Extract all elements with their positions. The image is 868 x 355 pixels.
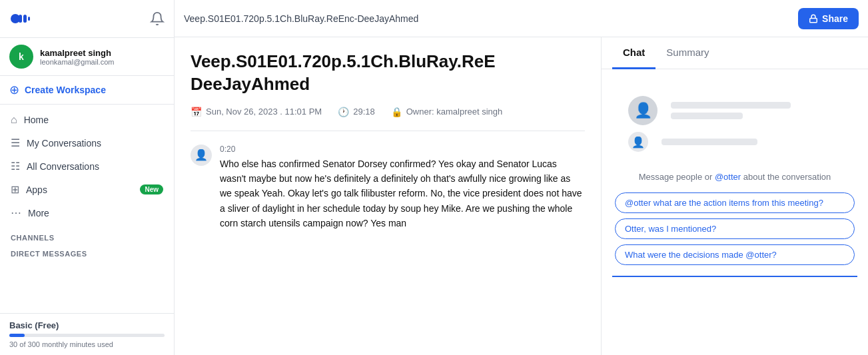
placeholder-lines-1 bbox=[671, 102, 791, 119]
my-conversations-icon: ☰ bbox=[11, 137, 20, 149]
sidebar-item-my-conversations[interactable]: ☰ My Conversations bbox=[0, 131, 174, 155]
sidebar-item-label-all-conversations: All Conversations bbox=[27, 161, 163, 172]
avatar: k bbox=[9, 45, 33, 69]
share-icon bbox=[809, 14, 818, 23]
all-conversations-icon: ☷ bbox=[11, 160, 20, 173]
tab-chat[interactable]: Chat bbox=[612, 37, 655, 69]
meta-duration: 🕐 29:18 bbox=[338, 107, 375, 117]
chat-placeholder: 👤 👤 bbox=[602, 69, 868, 172]
meta-date: 📅 Sun, Nov 26, 2023 . 11:01 PM bbox=[191, 107, 322, 117]
chat-suggestions: @otter what are the action items from th… bbox=[602, 192, 868, 265]
sidebar-item-more[interactable]: ⋯ More bbox=[0, 201, 174, 224]
share-button[interactable]: Share bbox=[798, 8, 859, 29]
otter-logo-icon bbox=[9, 7, 33, 31]
usage-text: 30 of 300 monthly minutes used bbox=[9, 340, 165, 348]
sidebar-item-all-conversations[interactable]: ☷ All Conversations bbox=[0, 155, 174, 178]
create-workspace-label: Create Workspace bbox=[25, 85, 106, 95]
message-text: Who else has confirmed Senator Dorsey co… bbox=[220, 157, 585, 231]
plan-section: Basic (Free) 30 of 300 monthly minutes u… bbox=[0, 313, 174, 355]
app-wrapper: k kamalpreet singh leonkamal@gmail.com ⊕… bbox=[0, 0, 868, 355]
usage-bar-fill bbox=[9, 334, 25, 337]
suggestion-chip-3[interactable]: What were the decisions made @otter? bbox=[615, 244, 855, 265]
svg-rect-1 bbox=[19, 15, 22, 23]
apps-icon: ⊞ bbox=[11, 183, 19, 196]
sidebar: k kamalpreet singh leonkamal@gmail.com ⊕… bbox=[0, 0, 175, 355]
placeholder-line-1 bbox=[671, 102, 791, 109]
logo bbox=[9, 7, 33, 31]
conv-owner: Owner: kamalpreet singh bbox=[406, 107, 503, 117]
sidebar-item-apps[interactable]: ⊞ Apps New bbox=[0, 178, 174, 201]
create-workspace-button[interactable]: ⊕ Create Workspace bbox=[0, 76, 174, 105]
right-tabs: Chat Summary bbox=[602, 37, 868, 69]
right-panel: Chat Summary 👤 bbox=[602, 37, 868, 355]
home-icon: ⌂ bbox=[11, 114, 17, 126]
direct-messages-header: DIRECT MESSAGES bbox=[0, 244, 174, 260]
placeholder-line-3 bbox=[661, 139, 757, 145]
content-row: Veep.S01E01.720p.5.1Ch.BluRay.ReEDeeJayA… bbox=[175, 37, 868, 355]
plan-name: Basic (Free) bbox=[9, 320, 165, 330]
message-avatar: 👤 bbox=[191, 145, 212, 166]
sidebar-top bbox=[0, 0, 174, 38]
svg-rect-4 bbox=[810, 18, 817, 22]
sidebar-item-label-my-conversations: My Conversations bbox=[27, 138, 163, 149]
sidebar-item-label-home: Home bbox=[24, 115, 163, 125]
suggestion-chip-2[interactable]: Otter, was I mentioned? bbox=[615, 218, 855, 239]
user-section: k kamalpreet singh leonkamal@gmail.com bbox=[0, 38, 174, 76]
conversation-meta: 📅 Sun, Nov 26, 2023 . 11:01 PM 🕐 29:18 🔒… bbox=[191, 107, 585, 131]
apps-new-badge: New bbox=[140, 184, 163, 194]
usage-bar-background bbox=[9, 334, 165, 337]
conversation-area: Veep.S01E01.720p.5.1Ch.BluRay.ReEDeeJayA… bbox=[175, 37, 601, 355]
placeholder-row-2: 👤 bbox=[628, 132, 841, 152]
svg-rect-3 bbox=[28, 17, 30, 21]
otter-link[interactable]: @otter bbox=[715, 172, 741, 182]
user-name: kamalpreet singh bbox=[40, 48, 114, 58]
message-time: 0:20 bbox=[220, 145, 585, 154]
more-icon: ⋯ bbox=[11, 206, 21, 219]
sidebar-item-home[interactable]: ⌂ Home bbox=[0, 109, 174, 131]
clock-icon: 🕐 bbox=[338, 107, 349, 117]
suggestion-chip-1[interactable]: @otter what are the action items from th… bbox=[615, 192, 855, 213]
conv-duration: 29:18 bbox=[353, 107, 375, 117]
owner-icon: 🔒 bbox=[391, 107, 402, 117]
placeholder-avatar-1: 👤 bbox=[628, 96, 657, 125]
chat-bottom-line bbox=[612, 276, 857, 277]
bell-icon[interactable] bbox=[150, 11, 165, 26]
header-title: Veep.S01E01.720p.5.1Ch.BluRay.ReEnc-DeeJ… bbox=[184, 13, 798, 24]
center-and-right: Veep.S01E01.720p.5.1Ch.BluRay.ReEnc-DeeJ… bbox=[175, 0, 868, 355]
user-email: leonkamal@gmail.com bbox=[40, 58, 114, 66]
conv-date: Sun, Nov 26, 2023 . 11:01 PM bbox=[206, 107, 322, 117]
channels-header: CHANNELS bbox=[0, 228, 174, 244]
placeholder-lines-2 bbox=[661, 139, 781, 145]
message-content: 0:20 Who else has confirmed Senator Dors… bbox=[220, 145, 585, 231]
nav-list: ⌂ Home ☰ My Conversations ☷ All Conversa… bbox=[0, 105, 174, 228]
meta-owner: 🔒 Owner: kamalpreet singh bbox=[391, 107, 503, 117]
placeholder-avatar-2: 👤 bbox=[628, 132, 648, 152]
user-info: kamalpreet singh leonkamal@gmail.com bbox=[40, 48, 114, 66]
placeholder-line-2 bbox=[671, 113, 743, 119]
tab-summary[interactable]: Summary bbox=[655, 37, 719, 69]
main-content: Veep.S01E01.720p.5.1Ch.BluRay.ReEDeeJayA… bbox=[175, 37, 602, 355]
create-workspace-icon: ⊕ bbox=[9, 83, 19, 97]
svg-rect-2 bbox=[23, 15, 27, 23]
sidebar-item-label-more: More bbox=[28, 208, 163, 218]
svg-point-0 bbox=[11, 14, 20, 23]
chat-prompt: Message people or @otter about the conve… bbox=[602, 172, 868, 182]
conversation-title: Veep.S01E01.720p.5.1Ch.BluRay.ReEDeeJayA… bbox=[191, 51, 585, 96]
chat-panel: 👤 👤 bbox=[602, 69, 868, 355]
sidebar-item-label-apps: Apps bbox=[26, 184, 133, 195]
top-header: Veep.S01E01.720p.5.1Ch.BluRay.ReEnc-DeeJ… bbox=[175, 0, 868, 37]
message-item: 👤 0:20 Who else has confirmed Senator Do… bbox=[191, 145, 585, 231]
placeholder-row-1: 👤 bbox=[628, 96, 841, 125]
calendar-icon: 📅 bbox=[191, 107, 202, 117]
